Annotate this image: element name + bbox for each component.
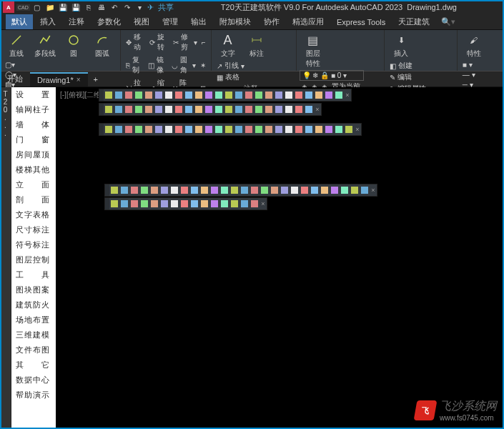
menu-item-20[interactable]: 帮助演示 [11,388,56,403]
toolbar-button[interactable] [334,124,344,135]
toolbar-button[interactable] [239,184,249,196]
toolbar-button[interactable] [144,104,154,115]
menu-item-10[interactable]: 符号标注 [11,237,56,252]
toolbar-button[interactable] [194,104,204,115]
toolbar-button[interactable] [350,184,360,196]
rotate-button[interactable]: ⟳ 旋转 [147,31,171,53]
new-tab-button[interactable]: + [88,73,104,86]
menu-item-5[interactable]: 楼梯其他 [11,162,56,177]
toolbar-button[interactable] [219,198,229,209]
toolbar-button[interactable] [204,124,214,135]
toolbar-button[interactable] [334,89,344,101]
toolbar-button[interactable] [249,184,260,196]
tab-insert[interactable]: 插入 [34,14,61,29]
tab-parametric[interactable]: 参数化 [92,14,127,29]
menu-item-2[interactable]: 墙 体 [11,117,56,132]
arc-button[interactable]: 圆弧 [89,31,116,59]
toolbar-button[interactable] [199,184,209,196]
close-tab-icon[interactable]: × [76,76,81,84]
toolbar-button[interactable] [294,124,304,135]
toolbar-button[interactable] [244,104,254,115]
toolbar-button[interactable] [169,198,179,209]
toolbar-3[interactable]: × [99,123,362,136]
toolbar-1[interactable]: × [99,89,352,102]
tab-output[interactable]: 输出 [185,14,212,29]
mirror-button[interactable]: ◫ 镜像 [146,54,169,76]
toolbar-button[interactable] [304,124,314,135]
menu-item-13[interactable]: 图块图案 [11,282,56,297]
menu-item-8[interactable]: 文字表格 [11,207,56,222]
toolbar-button[interactable] [109,198,119,209]
toolbar-2[interactable]: × [99,103,322,116]
toolbar-button[interactable] [214,104,224,115]
menu-item-16[interactable]: 三维建模 [11,327,56,342]
toolbar-button[interactable] [264,89,274,101]
toolbar-button[interactable] [229,198,239,209]
plot-icon[interactable]: 🖶 [96,1,107,13]
toolbar-button[interactable] [199,198,209,209]
toolbar-button[interactable] [154,104,164,115]
share-plane-icon[interactable]: ✈ [147,3,154,12]
tab-default[interactable]: 默认 [6,14,33,29]
line-button[interactable]: 直线 [3,31,30,59]
menu-item-7[interactable]: 剖 面 [11,192,56,207]
toolbar-button[interactable] [164,104,174,115]
toolbar-button[interactable] [119,184,129,196]
toolbar-button[interactable] [109,184,119,196]
toolbar-button[interactable] [324,89,334,101]
toolbar-button[interactable] [169,184,179,196]
properties-button[interactable]: 🖌特性 [460,31,488,59]
menu-item-19[interactable]: 数据中心 [11,373,56,388]
tab-annotate[interactable]: 注释 [63,14,90,29]
toolbar-button[interactable] [300,184,310,196]
toolbar-button[interactable] [209,184,219,196]
toolbar-button[interactable] [139,198,149,209]
toolbar-close-icon[interactable]: × [354,124,361,135]
toolbar-button[interactable] [229,184,239,196]
lineweight-dropdown[interactable]: — ▾ [460,70,478,79]
undo-icon[interactable]: ↶ [109,1,120,13]
trim-button[interactable]: ✂ 修剪 ▾ [171,31,199,53]
dim-button[interactable]: 标注 [243,31,270,59]
toolbar-button[interactable] [304,104,314,115]
menu-item-0[interactable]: 设 置 [11,87,56,102]
tab-view[interactable]: 视图 [128,14,155,29]
toolbar-button[interactable] [324,124,334,135]
toolbar-close-icon[interactable]: × [344,89,351,101]
toolbar-button[interactable] [184,124,194,135]
toolbar-button[interactable] [154,89,164,101]
color-dropdown[interactable]: ■ ▾ [460,60,478,69]
toolbar-button[interactable] [104,89,114,101]
toolbar-button[interactable] [219,184,229,196]
toolbar-button[interactable] [194,124,204,135]
toolbar-button[interactable] [254,89,264,101]
menu-item-4[interactable]: 房间屋顶 [11,147,56,162]
toolbar-button[interactable] [144,124,154,135]
toolbar-button[interactable] [274,104,284,115]
toolbar-button[interactable] [224,104,234,115]
toolbar-button[interactable] [184,104,194,115]
tab-manage[interactable]: 管理 [157,14,184,29]
toolbar-button[interactable] [119,198,129,209]
toolbar-button[interactable] [129,198,139,209]
toolbar-button[interactable] [360,184,370,196]
toolbar-button[interactable] [314,124,324,135]
toolbar-4[interactable]: × [104,184,377,197]
toolbar-button[interactable] [244,89,254,101]
toolbar-button[interactable] [209,198,219,209]
saveall-icon[interactable]: ⎘ [83,1,94,13]
toolbar-button[interactable] [174,89,184,101]
toolbar-button[interactable] [284,124,294,135]
toolbar-button[interactable] [304,89,314,101]
qat-dropdown-icon[interactable]: ▾ [134,1,146,13]
toolbar-button[interactable] [164,89,174,101]
toolbar-button[interactable] [290,184,300,196]
toolbar-button[interactable] [254,104,264,115]
toolbar-button[interactable] [234,104,244,115]
t20-palette-tab[interactable]: T20... [0,87,11,429]
saveas-icon[interactable]: 💾 [70,1,81,13]
toolbar-button[interactable] [139,184,149,196]
toolbar-close-icon[interactable]: × [260,198,267,209]
menu-item-12[interactable]: 工 具 [11,267,56,282]
toolbar-close-icon[interactable]: × [314,104,321,115]
